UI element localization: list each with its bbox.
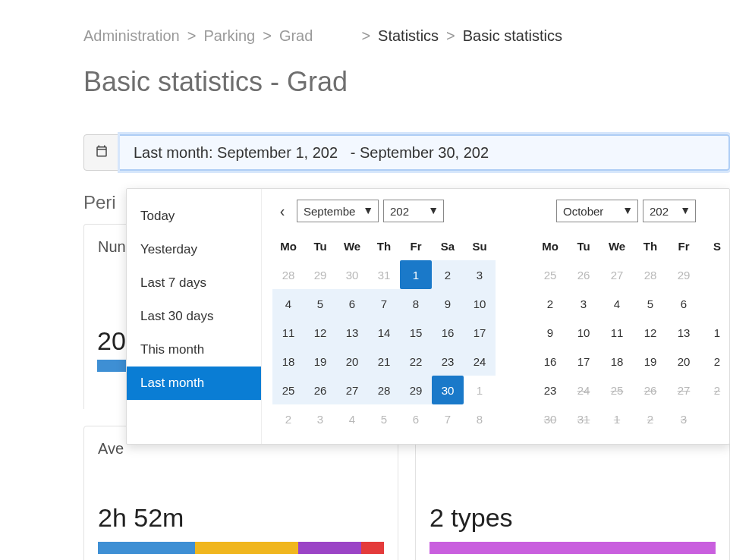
calendar-day[interactable]: 3 — [464, 260, 496, 289]
calendar-day[interactable]: 6 — [336, 289, 368, 318]
calendar-day[interactable]: 2 — [700, 376, 730, 404]
calendar-day[interactable]: 13 — [667, 318, 700, 347]
calendar-day[interactable]: 7 — [432, 404, 464, 433]
calendar-day[interactable]: 7 — [368, 289, 400, 318]
calendar-day[interactable]: 28 — [634, 260, 667, 289]
breadcrumb-item[interactable]: Grad — [279, 27, 313, 45]
preset-item[interactable]: This month — [127, 333, 261, 367]
calendar-toggle-button[interactable] — [83, 134, 120, 171]
calendar-day[interactable]: 15 — [400, 318, 432, 347]
calendar-day[interactable]: 24 — [567, 376, 600, 404]
calendar-day[interactable]: 1 — [600, 404, 634, 433]
calendar-day[interactable]: 10 — [464, 289, 496, 318]
calendar-day[interactable]: 2 — [432, 260, 464, 289]
year-select-right[interactable]: 202 ▼ — [643, 200, 696, 222]
calendar-day[interactable]: 16 — [533, 347, 567, 376]
calendar-day[interactable]: 4 — [336, 404, 368, 433]
calendar-day[interactable]: 11 — [272, 318, 304, 347]
calendar-day[interactable]: 19 — [304, 347, 336, 376]
calendar-day[interactable]: 3 — [304, 404, 336, 433]
calendar-day[interactable]: 4 — [600, 289, 634, 318]
calendar-day[interactable]: 6 — [667, 289, 700, 318]
avg-card-bar — [98, 542, 384, 554]
calendar-day[interactable]: 20 — [667, 347, 700, 376]
calendar-day[interactable]: 13 — [336, 318, 368, 347]
calendar-day[interactable]: 25 — [533, 260, 567, 289]
preset-item[interactable]: Last month — [127, 367, 261, 400]
calendar-day[interactable]: 8 — [400, 289, 432, 318]
calendar-day[interactable]: 9 — [432, 289, 464, 318]
date-range-input[interactable] — [120, 134, 730, 171]
prev-month-button[interactable]: ‹ — [272, 200, 292, 222]
calendar-day[interactable]: 11 — [600, 318, 634, 347]
preset-item[interactable]: Yesterday — [127, 233, 261, 266]
calendar-day[interactable]: 27 — [667, 376, 700, 404]
calendar-day[interactable]: 21 — [368, 347, 400, 376]
calendar-day[interactable]: 28 — [368, 376, 400, 404]
calendar-day[interactable]: 26 — [304, 376, 336, 404]
calendar-day[interactable]: 1 — [464, 376, 496, 404]
calendar-day[interactable]: 23 — [533, 376, 567, 404]
calendar-day[interactable]: 5 — [304, 289, 336, 318]
weekday-header: Tu — [304, 231, 336, 260]
calendar-day[interactable]: 10 — [567, 318, 600, 347]
calendar-day[interactable]: 3 — [667, 404, 700, 433]
calendar-day[interactable]: 16 — [432, 318, 464, 347]
calendar-day[interactable]: 12 — [634, 318, 667, 347]
calendar-day[interactable]: 8 — [464, 404, 496, 433]
calendar-day[interactable]: 2 — [533, 289, 567, 318]
year-select-left[interactable]: 202 ▼ — [383, 200, 444, 222]
calendar-day[interactable]: 9 — [533, 318, 567, 347]
chevron-down-icon: ▼ — [428, 204, 439, 216]
num-card-value: 20 — [97, 326, 126, 356]
calendar-day[interactable]: 20 — [336, 347, 368, 376]
calendar-day[interactable]: 22 — [400, 347, 432, 376]
calendar-day[interactable]: 26 — [567, 260, 600, 289]
calendar-day[interactable]: 1 — [400, 260, 432, 289]
calendar-day[interactable]: 30 — [432, 376, 464, 404]
calendar-day[interactable]: 29 — [400, 376, 432, 404]
weekday-header: Su — [464, 231, 496, 260]
breadcrumb-item[interactable]: Parking — [203, 27, 255, 45]
calendar-day[interactable]: 30 — [533, 404, 567, 433]
calendar-day[interactable]: 27 — [600, 260, 634, 289]
calendar-day[interactable]: 26 — [634, 376, 667, 404]
calendar-day[interactable]: 28 — [272, 260, 304, 289]
breadcrumb-item[interactable]: Administration — [83, 27, 180, 45]
calendar-day[interactable]: 17 — [464, 318, 496, 347]
calendar-day[interactable]: 30 — [336, 260, 368, 289]
calendar-day[interactable]: 27 — [336, 376, 368, 404]
calendar-day[interactable]: 31 — [368, 260, 400, 289]
month-select-left[interactable]: Septembe ▼ — [297, 200, 379, 222]
breadcrumb-item[interactable]: Basic statistics — [463, 27, 562, 45]
calendar-day[interactable]: 6 — [400, 404, 432, 433]
calendar-day[interactable]: 1 — [700, 318, 730, 347]
calendar-day[interactable]: 19 — [634, 347, 667, 376]
calendar-day[interactable]: 31 — [567, 404, 600, 433]
calendar-day[interactable]: 24 — [464, 347, 496, 376]
calendar-day[interactable]: 12 — [304, 318, 336, 347]
calendar-day[interactable]: 25 — [272, 376, 304, 404]
calendar-day[interactable]: 2 — [700, 347, 730, 376]
calendar-day[interactable]: 5 — [634, 289, 667, 318]
preset-item[interactable]: Today — [127, 200, 261, 233]
calendar-day[interactable]: 3 — [567, 289, 600, 318]
calendar-day[interactable]: 18 — [600, 347, 634, 376]
month-select-right[interactable]: October ▼ — [556, 200, 638, 222]
calendar-day[interactable]: 29 — [667, 260, 700, 289]
breadcrumb-item[interactable]: Statistics — [378, 27, 439, 45]
calendar-day[interactable]: 18 — [272, 347, 304, 376]
calendar-day[interactable]: 17 — [567, 347, 600, 376]
calendar-day[interactable]: 23 — [432, 347, 464, 376]
preset-item[interactable]: Last 7 days — [127, 266, 261, 300]
calendar-day[interactable]: 2 — [272, 404, 304, 433]
calendar-day[interactable]: 29 — [304, 260, 336, 289]
calendar-day[interactable]: 14 — [368, 318, 400, 347]
calendar-day[interactable]: 2 — [634, 404, 667, 433]
bar-segment — [98, 542, 195, 554]
calendar-day[interactable]: 4 — [272, 289, 304, 318]
calendar-day[interactable]: 25 — [600, 376, 634, 404]
calendar-day[interactable]: 5 — [368, 404, 400, 433]
chevron-down-icon: ▼ — [363, 204, 373, 216]
preset-item[interactable]: Last 30 days — [127, 300, 261, 333]
